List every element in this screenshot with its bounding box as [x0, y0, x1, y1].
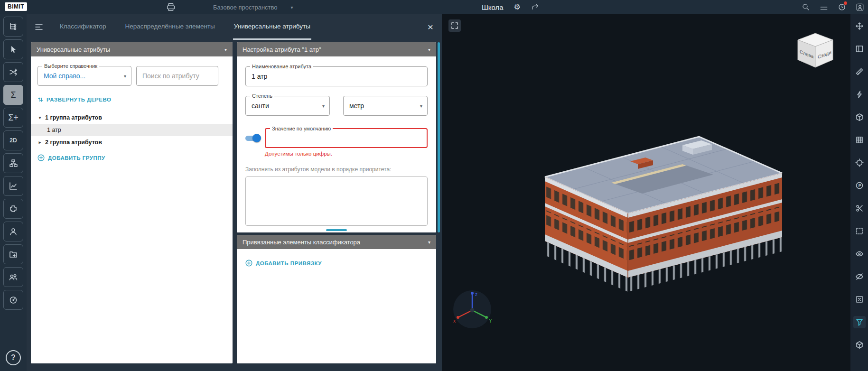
chevron-down-icon: ▾: [224, 47, 227, 52]
fill-priority-list[interactable]: [245, 176, 428, 226]
plugins-puzzle-icon[interactable]: [3, 199, 23, 219]
tree-group-1[interactable]: ▾ 1 группа атрибутов: [31, 111, 233, 124]
workspace-selector[interactable]: Базовое пространство ▾: [213, 0, 293, 14]
tab-classifier[interactable]: Классификатор: [59, 14, 107, 40]
project-title: Школа: [482, 3, 504, 11]
axis-y-label: Y: [489, 318, 492, 324]
chevron-down-icon: ▾: [37, 115, 43, 120]
expand-tree-link[interactable]: РАЗВЕРНУТЬ ДЕРЕВО: [37, 96, 111, 103]
fill-priority-label: Заполнять из атрибутов модели в порядке …: [245, 166, 428, 173]
axis-x-label: x: [453, 318, 456, 324]
attribute-search-field[interactable]: [136, 66, 218, 86]
measure-ruler-icon[interactable]: [853, 65, 866, 78]
attributes-card: Универсальные атрибуты ▾ Выберите справо…: [31, 42, 233, 363]
add-binding-link[interactable]: ДОБАВИТЬ ПРИВЯЗКУ: [245, 260, 322, 267]
hide-eye-off-icon[interactable]: [853, 270, 866, 283]
area-select-icon[interactable]: [853, 225, 866, 237]
chevron-down-icon: ▾: [291, 5, 293, 10]
validation-error-text: Допустимы только цифры.: [265, 151, 428, 157]
person-icon[interactable]: [3, 222, 23, 241]
classifier-panel: Классификатор Нераспределённые элементы …: [27, 14, 442, 371]
add-circle-icon: [37, 154, 45, 161]
analytics-chart-icon[interactable]: [3, 176, 23, 196]
panel-menu-icon[interactable]: [34, 14, 47, 40]
model-cube-icon[interactable]: [853, 339, 866, 351]
expand-collapse-icon: [37, 96, 43, 103]
attribute-name-input[interactable]: [246, 67, 427, 86]
viewport-3d[interactable]: Слева Сзади x Y z: [443, 14, 850, 371]
unit-select[interactable]: метр ▾: [343, 96, 428, 116]
add-group-link[interactable]: ДОБАВИТЬ ГРУППУ: [37, 154, 105, 161]
left-toolbar: Σ Σ+ 2D ?: [0, 14, 27, 371]
tree-group-2[interactable]: ▸ 2 группа атрибутов: [31, 136, 233, 148]
workspace-label: Базовое пространство: [213, 4, 278, 11]
default-value-input[interactable]: [266, 129, 427, 147]
focus-model-button[interactable]: [448, 19, 461, 32]
axis-z-label: z: [475, 292, 477, 297]
directory-value: Мой справо...: [38, 66, 131, 85]
attribute-name-field[interactable]: Наименование атрибута: [245, 66, 428, 86]
attribute-settings-card: Настройка атрибута "1 атр" ▾ Наименовани…: [237, 42, 436, 232]
notification-badge: [844, 1, 847, 5]
select-cursor-icon[interactable]: [3, 39, 23, 59]
degree-select[interactable]: Степень санти ▾: [245, 96, 330, 116]
tree-item-selected[interactable]: 1 атр: [31, 124, 233, 136]
search-input[interactable]: [137, 66, 218, 85]
horizontal-scroll-thumb[interactable]: [326, 229, 347, 231]
section-cut-icon[interactable]: [853, 202, 866, 214]
sum-attributes-icon[interactable]: Σ: [3, 85, 23, 105]
sum-add-icon[interactable]: Σ+: [3, 108, 23, 128]
2d-view-icon[interactable]: 2D: [3, 130, 23, 150]
axis-gizmo[interactable]: x Y z: [448, 286, 496, 333]
app-logo: BiMiT: [5, 2, 27, 11]
directory-select[interactable]: Выберите справочник Мой справо... ▾: [37, 66, 131, 86]
device-icon[interactable]: [166, 2, 176, 12]
navigation-cube[interactable]: Слева Сзади: [794, 29, 837, 73]
settings-card-header[interactable]: Настройка атрибута "1 атр" ▾: [237, 42, 436, 56]
tab-unallocated-elements[interactable]: Нераспределённые элементы: [124, 14, 215, 40]
show-eye-icon[interactable]: [853, 248, 866, 260]
model-tree-icon[interactable]: [3, 17, 23, 37]
viewport-toolbar: P: [850, 14, 868, 371]
tab-universal-attributes[interactable]: Универсальные атрибуты: [233, 14, 311, 40]
add-circle-icon: [245, 260, 252, 267]
clash-bolt-icon[interactable]: [853, 88, 866, 101]
chevron-down-icon: ▾: [322, 103, 325, 109]
help-button[interactable]: ?: [6, 350, 21, 365]
filter-funnel-icon[interactable]: [853, 316, 866, 328]
svg-text:P: P: [858, 183, 861, 188]
notifications-icon[interactable]: [838, 3, 846, 11]
chevron-right-icon: ▸: [37, 140, 43, 145]
point-p-icon[interactable]: P: [853, 179, 866, 192]
chevron-down-icon: ▾: [124, 74, 126, 79]
bound-elements-header[interactable]: Привязанные элементы классификатора ▾: [237, 235, 436, 249]
vertical-scroll-thumb[interactable]: [438, 42, 440, 232]
search-icon[interactable]: [802, 3, 810, 11]
focus-target-icon[interactable]: [853, 157, 866, 169]
scheme-icon[interactable]: [3, 153, 23, 173]
settings-gear-icon[interactable]: ⚙: [514, 3, 521, 11]
attributes-card-header[interactable]: Универсальные атрибуты ▾: [31, 42, 233, 56]
profile-icon[interactable]: [856, 3, 864, 11]
close-panel-icon[interactable]: ×: [428, 21, 433, 33]
split-view-icon[interactable]: [853, 43, 866, 55]
dashboard-gauge-icon[interactable]: [3, 290, 23, 310]
building-model: [540, 133, 787, 313]
chevron-down-icon: ▾: [420, 103, 422, 109]
users-icon[interactable]: [3, 267, 23, 287]
clear-selection-icon[interactable]: [853, 293, 866, 306]
menu-list-icon[interactable]: [820, 3, 828, 11]
grid-icon[interactable]: [853, 134, 866, 146]
connections-icon[interactable]: [3, 62, 23, 82]
chevron-down-icon: ▾: [428, 240, 430, 245]
section-box-icon[interactable]: [853, 111, 866, 123]
top-bar: BiMiT Базовое пространство ▾ Школа ⚙: [0, 0, 868, 14]
share-icon[interactable]: [531, 3, 540, 11]
shared-projects-icon[interactable]: [3, 244, 23, 264]
pan-icon[interactable]: [853, 20, 866, 32]
default-value-field[interactable]: Значение по умолчанию: [265, 128, 428, 148]
default-value-toggle[interactable]: [245, 133, 260, 143]
panel-tab-bar: Классификатор Нераспределённые элементы …: [27, 14, 442, 40]
bound-elements-card: Привязанные элементы классификатора ▾ ДО…: [237, 235, 436, 363]
chevron-down-icon: ▾: [428, 47, 430, 52]
